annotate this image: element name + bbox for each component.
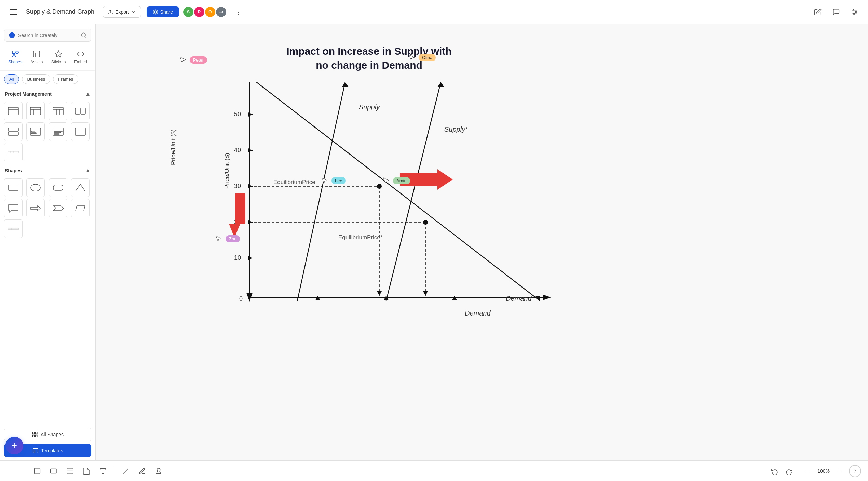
pm-shape-7[interactable]	[49, 122, 67, 141]
svg-rect-59	[33, 448, 38, 453]
document-title: Supply & Demand Graph	[26, 8, 94, 15]
svg-point-6	[855, 11, 857, 13]
svg-rect-58	[36, 435, 37, 437]
svg-rect-36	[54, 132, 61, 133]
pm-shape-8[interactable]	[71, 122, 90, 141]
creately-logo-icon	[9, 32, 15, 39]
text-tool[interactable]	[96, 465, 109, 478]
more-options-button[interactable]: ⋮	[232, 6, 245, 18]
shape-triangle[interactable]	[71, 178, 90, 197]
svg-rect-37	[54, 134, 59, 134]
pm-shape-table[interactable]	[4, 143, 23, 161]
stamp-tool[interactable]	[152, 465, 165, 478]
stamp-icon	[155, 467, 162, 475]
svg-rect-18	[30, 107, 41, 115]
text-icon	[99, 467, 107, 475]
section-toggle-shapes[interactable]: ▲	[85, 168, 91, 174]
chart-title: Impact on Increase in Supply with no cha…	[232, 44, 506, 72]
svg-rect-21	[53, 107, 63, 115]
y-axis-label: Price/Unit ($)	[170, 129, 177, 165]
shape-chevron[interactable]	[49, 199, 67, 217]
svg-point-9	[81, 33, 85, 37]
svg-line-89	[297, 82, 345, 301]
svg-text:Supply: Supply	[359, 103, 380, 111]
pm-shape-6[interactable]	[26, 122, 45, 141]
svg-text:50: 50	[234, 111, 241, 118]
line-icon	[122, 467, 130, 475]
shape-speech-bubble[interactable]	[4, 199, 23, 217]
svg-marker-69	[248, 112, 252, 117]
sticky-note-tool[interactable]	[80, 465, 93, 478]
redo-button[interactable]	[783, 465, 796, 478]
filter-all[interactable]: All	[4, 74, 19, 84]
add-button[interactable]: +	[5, 437, 23, 454]
zoom-out-button[interactable]	[802, 465, 815, 478]
globe-icon	[153, 9, 158, 15]
svg-marker-15	[55, 51, 62, 57]
tab-stickers[interactable]: Stickers	[48, 48, 69, 66]
shape-table[interactable]	[4, 219, 23, 238]
svg-marker-114	[437, 169, 453, 190]
svg-line-91	[386, 82, 441, 301]
templates-icon	[32, 447, 39, 454]
undo-button[interactable]	[768, 465, 781, 478]
comment-icon-button[interactable]	[830, 5, 843, 18]
filter-frames[interactable]: Frames	[53, 74, 78, 84]
filter-business[interactable]: Business	[22, 74, 50, 84]
pm-shape-4[interactable]	[71, 102, 90, 120]
zoom-in-button[interactable]	[832, 465, 845, 478]
svg-rect-31	[31, 131, 35, 132]
pm-shape-1[interactable]	[4, 102, 23, 120]
svg-text:0: 0	[239, 295, 243, 302]
card-tool[interactable]	[64, 465, 77, 478]
shape-rounded-rect[interactable]	[49, 178, 67, 197]
canvas[interactable]: Impact on Increase in Supply with no cha…	[96, 24, 868, 460]
pm-shape-3[interactable]	[49, 102, 67, 120]
project-management-section-header: Project Management ▲	[0, 88, 95, 99]
sticky-note-icon	[83, 467, 90, 475]
shape-arrow-right[interactable]	[26, 199, 45, 217]
svg-point-8	[9, 32, 15, 38]
pm-shape-5[interactable]	[4, 122, 23, 141]
svg-line-93	[256, 82, 540, 301]
svg-text:EquilibriumPrice*: EquilibriumPrice*	[338, 234, 383, 241]
search-input[interactable]	[18, 32, 78, 38]
svg-rect-25	[75, 108, 80, 114]
svg-marker-88	[452, 296, 457, 300]
shapes-section-header: Shapes ▲	[0, 164, 95, 176]
tab-shapes[interactable]: Shapes	[5, 48, 26, 66]
undo-redo-group	[768, 465, 796, 478]
tool-tabs: Shapes Assets Stickers Embed	[0, 45, 95, 71]
zoom-level: 100%	[817, 468, 830, 474]
settings-icon	[851, 8, 858, 16]
menu-button[interactable]	[7, 5, 21, 19]
svg-rect-55	[32, 432, 34, 434]
share-button[interactable]: Share	[147, 6, 179, 17]
rectangle-tool[interactable]	[47, 465, 60, 478]
pm-shape-2[interactable]	[26, 102, 45, 120]
svg-rect-16	[8, 107, 18, 115]
svg-marker-97	[248, 184, 252, 189]
shape-rectangle[interactable]	[4, 178, 23, 197]
settings-icon-button[interactable]	[848, 5, 861, 18]
svg-rect-14	[33, 51, 40, 57]
marker-tool[interactable]	[136, 465, 149, 478]
section-toggle-pm[interactable]: ▲	[85, 91, 91, 97]
svg-text:EquilibriumPrice: EquilibriumPrice	[273, 179, 315, 185]
svg-marker-48	[76, 184, 85, 191]
cursor-label-peter: Peter	[190, 56, 207, 64]
tab-assets[interactable]: Assets	[27, 48, 46, 66]
shape-ellipse[interactable]	[26, 178, 45, 197]
export-button[interactable]: Export	[103, 6, 141, 18]
edit-icon-button[interactable]	[811, 5, 824, 18]
frame-tool[interactable]	[31, 465, 44, 478]
tab-embed[interactable]: Embed	[71, 48, 91, 66]
search-bar[interactable]	[4, 29, 91, 42]
plus-icon	[836, 468, 842, 474]
svg-rect-45	[9, 185, 18, 190]
shape-parallelogram[interactable]	[71, 199, 90, 217]
help-button[interactable]: ?	[849, 465, 861, 477]
basic-shapes	[0, 176, 95, 241]
svg-rect-35	[54, 131, 62, 132]
line-tool[interactable]	[119, 465, 132, 478]
